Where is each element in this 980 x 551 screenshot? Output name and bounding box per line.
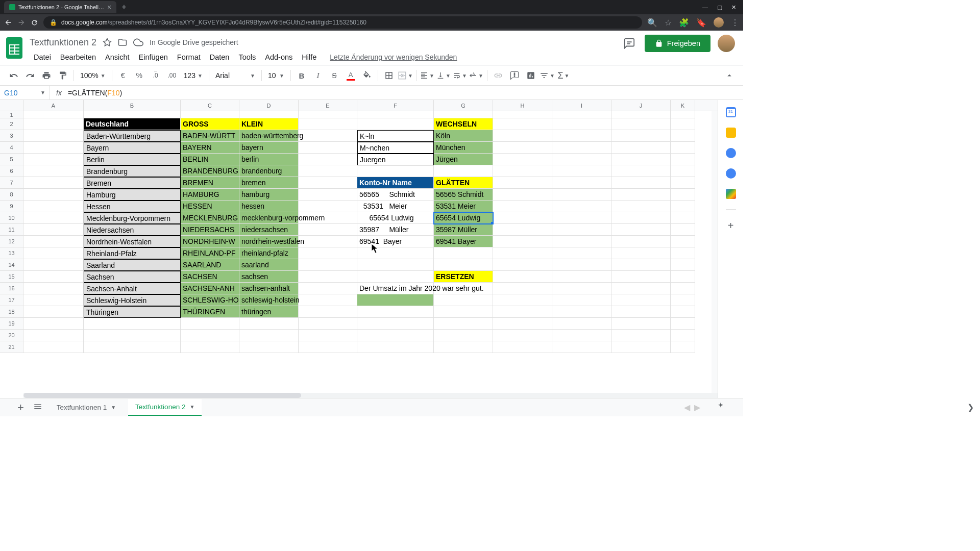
cell-J19[interactable] bbox=[611, 318, 671, 330]
cell-F8[interactable]: 56565 Schmidt bbox=[357, 189, 434, 201]
cell-I20[interactable] bbox=[552, 330, 611, 341]
cell-D3[interactable]: baden-württemberg bbox=[239, 130, 299, 142]
row-header[interactable]: 18 bbox=[0, 306, 23, 318]
row-header[interactable]: 16 bbox=[0, 283, 23, 294]
cell-J10[interactable] bbox=[611, 212, 671, 224]
cell-F2[interactable] bbox=[357, 118, 434, 130]
merge-button[interactable]: ▼ bbox=[398, 68, 413, 83]
cell-K21[interactable] bbox=[671, 341, 695, 353]
bold-button[interactable]: B bbox=[294, 68, 309, 83]
cell-J13[interactable] bbox=[611, 247, 671, 259]
sheets-home-button[interactable] bbox=[4, 35, 24, 61]
cell-A8[interactable] bbox=[23, 189, 84, 201]
cell-B5[interactable]: Berlin bbox=[84, 154, 181, 165]
cell-E13[interactable] bbox=[299, 247, 357, 259]
cell-H8[interactable] bbox=[493, 189, 552, 201]
zoom-select[interactable]: 100%▼ bbox=[77, 71, 109, 80]
cell-F19[interactable] bbox=[357, 318, 434, 330]
cell-K5[interactable] bbox=[671, 154, 695, 165]
cell-D18[interactable]: thüringen bbox=[239, 306, 299, 318]
row-header[interactable]: 19 bbox=[0, 318, 23, 330]
cell-J9[interactable] bbox=[611, 201, 671, 212]
cell-I16[interactable] bbox=[552, 283, 611, 294]
cell-I3[interactable] bbox=[552, 130, 611, 142]
cell-I2[interactable] bbox=[552, 118, 611, 130]
row-header[interactable]: 14 bbox=[0, 259, 23, 271]
cell-B11[interactable]: Niedersachsen bbox=[84, 224, 181, 236]
sheet-tab-2[interactable]: Textfunktionen 2▼ bbox=[128, 399, 202, 416]
profile-avatar[interactable] bbox=[718, 35, 735, 52]
col-header-H[interactable]: H bbox=[493, 100, 552, 111]
row-header[interactable]: 3 bbox=[0, 130, 23, 142]
cell-K19[interactable] bbox=[671, 318, 695, 330]
row-header[interactable]: 21 bbox=[0, 341, 23, 353]
cell-K15[interactable] bbox=[671, 271, 695, 283]
keep-icon[interactable] bbox=[726, 128, 736, 138]
functions-button[interactable]: Σ▼ bbox=[556, 68, 571, 83]
cell-H16[interactable] bbox=[493, 283, 552, 294]
cell-D12[interactable]: nordrhein-westfalen bbox=[239, 236, 299, 247]
menu-ansicht[interactable]: Ansicht bbox=[101, 51, 134, 63]
col-header-B[interactable]: B bbox=[84, 100, 181, 111]
cell-E5[interactable] bbox=[299, 154, 357, 165]
cell-B4[interactable]: Bayern bbox=[84, 142, 181, 154]
cell-I6[interactable] bbox=[552, 165, 611, 177]
cell-K20[interactable] bbox=[671, 330, 695, 341]
cell-J16[interactable] bbox=[611, 283, 671, 294]
extensions-icon[interactable]: 🧩 bbox=[679, 18, 689, 28]
cell-D16[interactable]: sachsen-anhalt bbox=[239, 283, 299, 294]
cell-G9[interactable]: 53531 Meier bbox=[434, 201, 493, 212]
cell-F20[interactable] bbox=[357, 330, 434, 341]
cell-E6[interactable] bbox=[299, 165, 357, 177]
cell-C14[interactable]: SAARLAND bbox=[181, 259, 239, 271]
cell-J11[interactable] bbox=[611, 224, 671, 236]
cell-G17[interactable] bbox=[434, 294, 493, 306]
cell-F17[interactable] bbox=[357, 294, 434, 306]
filter-button[interactable]: ▼ bbox=[540, 68, 555, 83]
cell-D17[interactable]: schleswig-holstein bbox=[239, 294, 299, 306]
cell-H6[interactable] bbox=[493, 165, 552, 177]
cell-D14[interactable]: saarland bbox=[239, 259, 299, 271]
row-header[interactable]: 8 bbox=[0, 189, 23, 201]
row-header[interactable]: 20 bbox=[0, 330, 23, 341]
redo-button[interactable] bbox=[22, 68, 38, 83]
cell-H5[interactable] bbox=[493, 154, 552, 165]
cell-C15[interactable]: SACHSEN bbox=[181, 271, 239, 283]
row-header[interactable]: 4 bbox=[0, 142, 23, 154]
cell-E3[interactable] bbox=[299, 130, 357, 142]
cell-G5[interactable]: Jürgen bbox=[434, 154, 493, 165]
cell-A16[interactable] bbox=[23, 283, 84, 294]
minimize-icon[interactable]: — bbox=[702, 4, 708, 11]
currency-button[interactable]: € bbox=[115, 68, 131, 83]
comments-button[interactable] bbox=[621, 35, 638, 52]
cell-B8[interactable]: Hamburg bbox=[84, 189, 181, 201]
cell-A18[interactable] bbox=[23, 306, 84, 318]
cell-H9[interactable] bbox=[493, 201, 552, 212]
cell-J8[interactable] bbox=[611, 189, 671, 201]
select-all-corner[interactable] bbox=[0, 100, 23, 111]
row-header[interactable]: 9 bbox=[0, 201, 23, 212]
cell-I5[interactable] bbox=[552, 154, 611, 165]
cell-C12[interactable]: NORDRHEIN-W bbox=[181, 236, 239, 247]
sheet-tab-1[interactable]: Textfunktionen 1▼ bbox=[50, 399, 123, 415]
cell-B1[interactable] bbox=[84, 111, 181, 118]
cell-B14[interactable]: Saarland bbox=[84, 259, 181, 271]
cell-I12[interactable] bbox=[552, 236, 611, 247]
cell-J5[interactable] bbox=[611, 154, 671, 165]
cell-B20[interactable] bbox=[84, 330, 181, 341]
tasks-icon[interactable] bbox=[726, 148, 736, 158]
cell-E11[interactable] bbox=[299, 224, 357, 236]
cell-H7[interactable] bbox=[493, 177, 552, 189]
cell-I4[interactable] bbox=[552, 142, 611, 154]
cell-G21[interactable] bbox=[434, 341, 493, 353]
cell-E2[interactable] bbox=[299, 118, 357, 130]
cell-G10[interactable]: 65654 Ludwig bbox=[434, 212, 493, 224]
cell-K3[interactable] bbox=[671, 130, 695, 142]
cell-J6[interactable] bbox=[611, 165, 671, 177]
valign-button[interactable]: ▼ bbox=[436, 68, 451, 83]
back-icon[interactable] bbox=[4, 18, 12, 27]
cell-J2[interactable] bbox=[611, 118, 671, 130]
cell-G14[interactable] bbox=[434, 259, 493, 271]
cell-K17[interactable] bbox=[671, 294, 695, 306]
cell-F3[interactable]: K~ln bbox=[357, 130, 434, 142]
